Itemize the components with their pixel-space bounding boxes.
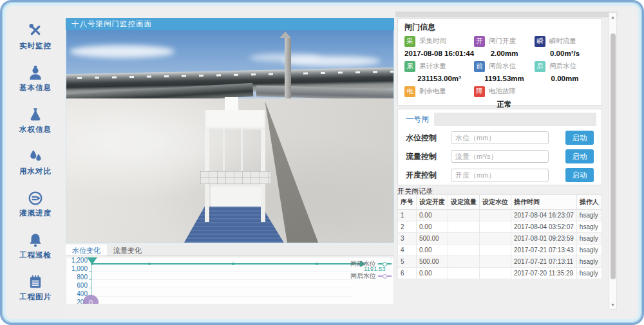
tools-icon bbox=[27, 23, 44, 39]
water-drops-icon bbox=[27, 148, 44, 165]
chart-tabs: 水位变化 流量变化 bbox=[66, 245, 394, 256]
scroll-up-arrow[interactable]: ▲ bbox=[609, 13, 616, 21]
info-collect-time: 采采集时间 2017-08-08 16:01:44 bbox=[404, 35, 474, 59]
info-battery-fault: 障电池故障 正常 bbox=[474, 86, 535, 109]
sidebar-item-label: 用水对比 bbox=[19, 167, 52, 176]
current-point-pin bbox=[87, 257, 97, 265]
bell-icon bbox=[27, 232, 44, 248]
gate-mullion bbox=[223, 129, 225, 173]
viewport-title: 十八号渠闸门监控画面 bbox=[66, 18, 394, 30]
notebook-icon bbox=[27, 274, 44, 290]
info-front-level: 前闸前水位 1191.53mm bbox=[474, 60, 535, 84]
opening-start-button[interactable]: 启动 bbox=[565, 168, 594, 182]
gate-opening-icon: 开 bbox=[474, 36, 485, 47]
legend-back-water[interactable]: 闸后水位 bbox=[350, 272, 376, 281]
back-level-icon: 后 bbox=[535, 61, 545, 72]
water-level-control-row: 水位控制 启动 bbox=[406, 131, 594, 145]
chart-legend: 闸前水位 闸后水位 bbox=[350, 259, 392, 281]
tab-flow-change[interactable]: 流量变化 bbox=[107, 245, 148, 255]
gate-cap bbox=[225, 97, 238, 110]
sidebar-item-project-inspection[interactable]: 工程巡检 bbox=[19, 232, 52, 260]
records-header-row: 序号 设定开度 设定流量 设定水位 操作时间 操作人 bbox=[398, 195, 602, 210]
sidebar-item-basic-info[interactable]: 基本信息 bbox=[19, 64, 52, 93]
gate-mullion bbox=[241, 129, 243, 173]
cloud bbox=[70, 45, 175, 58]
sidebar: 实时监控 基本信息 水权信息 用水对比 灌溉进度 工程巡检 工程图片 bbox=[6, 6, 65, 319]
flask-icon bbox=[27, 106, 44, 123]
tab-gate-one[interactable]: 一号闸 bbox=[403, 113, 434, 126]
gate-header bbox=[205, 110, 265, 130]
total-volume-icon: 累 bbox=[404, 61, 415, 72]
table-row[interactable]: 10.002017-08-04 16:23:07hsagly bbox=[398, 210, 602, 221]
water-level-chart[interactable]: 1,200 1,000 800 600 400 200 0 1191.53 闸前… bbox=[66, 257, 394, 304]
gate-control-panel: 一号闸 水位控制 启动 流量控制 启动 开度控制 启动 bbox=[397, 109, 602, 185]
progress-cycle-icon bbox=[27, 190, 44, 207]
sidebar-item-realtime-monitor[interactable]: 实时监控 bbox=[19, 23, 52, 51]
collect-time-icon: 采 bbox=[404, 36, 415, 47]
flow-start-button[interactable]: 启动 bbox=[565, 149, 594, 163]
scroll-thumb[interactable] bbox=[611, 33, 616, 279]
legend-front-water[interactable]: 闸前水位 bbox=[350, 259, 376, 268]
table-row[interactable]: 3500.002017-08-01 09:23:59hsagly bbox=[398, 233, 602, 245]
vertical-scrollbar[interactable]: ▲ ▼ bbox=[609, 12, 617, 310]
tab-filler bbox=[434, 113, 596, 126]
worker-icon bbox=[27, 64, 44, 81]
gate-apron bbox=[207, 184, 263, 207]
scroll-down-arrow[interactable]: ▼ bbox=[609, 301, 616, 309]
y-tick: 400 bbox=[66, 290, 88, 297]
gate-info-panel: 闸门信息 采采集时间 2017-08-08 16:01:44 开闸门开度 2.0… bbox=[397, 18, 602, 106]
app-frame: 实时监控 基本信息 水权信息 用水对比 灌溉进度 工程巡检 工程图片 十八号渠闸… bbox=[0, 0, 644, 325]
sidebar-item-water-usage-compare[interactable]: 用水对比 bbox=[19, 148, 52, 176]
info-battery-remaining: 电剩余电量 bbox=[404, 86, 474, 109]
sidebar-item-water-rights[interactable]: 水权信息 bbox=[19, 106, 52, 135]
sidebar-item-irrigation-progress[interactable]: 灌溉进度 bbox=[19, 190, 52, 218]
battery-fault-icon: 障 bbox=[474, 86, 485, 97]
sidebar-item-label: 灌溉进度 bbox=[19, 209, 52, 218]
panel-title: 闸门信息 bbox=[404, 22, 595, 33]
gate-deck bbox=[200, 171, 270, 184]
front-level-icon: 前 bbox=[474, 61, 485, 72]
instant-flow-icon: 瞬 bbox=[535, 36, 545, 47]
table-row[interactable]: 60.002017-07-20 11:35:29hsagly bbox=[398, 268, 602, 279]
sidebar-item-label: 工程巡检 bbox=[19, 250, 52, 260]
water-level-input[interactable] bbox=[451, 131, 549, 144]
info-total-volume: 累累计水量 231153.00m³ bbox=[404, 60, 474, 84]
flow-input[interactable] bbox=[451, 150, 549, 163]
cloud bbox=[282, 56, 380, 67]
records-table: 序号 设定开度 设定流量 设定水位 操作时间 操作人 10.002017-08-… bbox=[397, 194, 602, 279]
table-row[interactable]: 40.002017-07-21 07:13:43hsagly bbox=[398, 245, 602, 256]
divider-strip bbox=[395, 12, 618, 17]
y-tick: 1,200 bbox=[66, 257, 88, 264]
sidebar-item-label: 基本信息 bbox=[19, 83, 52, 93]
legend-marker-back bbox=[378, 274, 392, 279]
y-tick: 800 bbox=[66, 274, 88, 281]
light-pole bbox=[285, 38, 291, 102]
opening-control-row: 开度控制 启动 bbox=[406, 168, 594, 182]
sidebar-item-project-photos[interactable]: 工程图片 bbox=[19, 274, 52, 302]
gate-leg-left bbox=[205, 184, 209, 222]
gate-3d-scene[interactable] bbox=[66, 30, 394, 243]
sidebar-item-label: 水权信息 bbox=[19, 125, 52, 135]
light-pole-head bbox=[279, 32, 291, 38]
table-row[interactable]: 5500.002017-07-21 07:13:11hsagly bbox=[398, 256, 602, 268]
battery-icon: 电 bbox=[404, 86, 415, 97]
sidebar-item-label: 实时监控 bbox=[19, 41, 52, 51]
y-tick: 600 bbox=[66, 282, 88, 289]
flow-control-row: 流量控制 启动 bbox=[406, 149, 594, 163]
y-tick: 1,000 bbox=[66, 265, 88, 272]
info-instant-flow: 瞬瞬时流量 0.00m³/s bbox=[535, 35, 595, 59]
monitor-viewport: 十八号渠闸门监控画面 bbox=[66, 18, 394, 243]
gate-leg-right bbox=[261, 184, 265, 222]
info-back-level: 后闸后水位 0.00mm bbox=[535, 60, 595, 84]
tab-water-level-change[interactable]: 水位变化 bbox=[66, 245, 107, 255]
legend-marker-front bbox=[378, 262, 392, 266]
front-water-level-line bbox=[92, 263, 361, 265]
water-level-start-button[interactable]: 启动 bbox=[565, 131, 594, 145]
info-gate-opening: 开闸门开度 2.00mm bbox=[474, 35, 535, 59]
table-row[interactable]: 20.002017-08-04 03:52:07hsagly bbox=[398, 221, 602, 233]
sidebar-item-label: 工程图片 bbox=[19, 292, 52, 302]
opening-input[interactable] bbox=[451, 169, 549, 181]
